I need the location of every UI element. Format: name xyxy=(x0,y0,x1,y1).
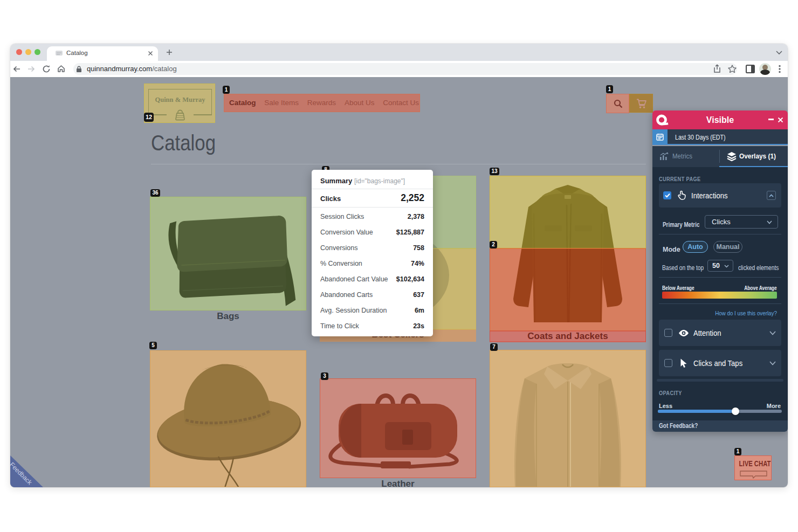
svg-text:Coats and Jackets: Coats and Jackets xyxy=(527,331,608,341)
